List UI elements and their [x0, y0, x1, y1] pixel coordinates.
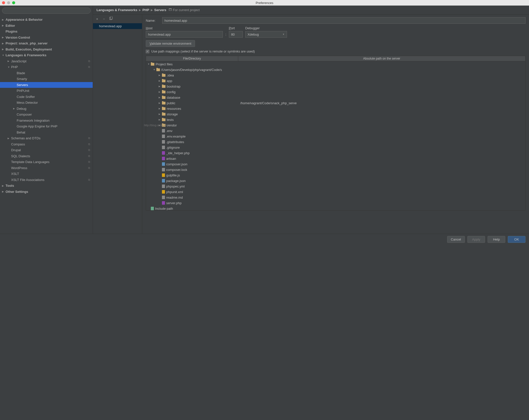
file-tree-row[interactable]: ▶bootstrap — [146, 84, 525, 89]
sidebar-item-label: Drupal — [11, 148, 21, 152]
remove-server-button[interactable]: － — [102, 17, 106, 21]
sidebar-item[interactable]: ▶Version Control — [0, 35, 93, 41]
sidebar-item[interactable]: Servers — [0, 82, 93, 88]
file-tree-row[interactable]: Include path — [146, 206, 525, 210]
sidebar-item[interactable]: Framework Integration — [0, 118, 93, 124]
file-tree-row[interactable]: .gitignore — [146, 145, 525, 150]
col-file-directory[interactable]: File/Directory — [146, 56, 238, 61]
sidebar-item[interactable]: ▶Build, Execution, Deployment — [0, 46, 93, 52]
file-icon — [162, 173, 165, 177]
sidebar-item[interactable]: Plugins — [0, 29, 93, 35]
file-tree-row[interactable]: ▶config — [146, 89, 525, 95]
apply-button[interactable]: Apply — [467, 236, 485, 243]
mapping-body[interactable]: ▼Project files▼/Users/jason/Develop/php/… — [146, 61, 525, 210]
file-tree-row[interactable]: readme.md — [146, 195, 525, 200]
file-name: Include path — [155, 207, 173, 211]
file-tree-row[interactable]: ▶app — [146, 78, 525, 84]
folder-icon — [162, 91, 165, 93]
file-tree-row[interactable]: _ide_helper.php — [146, 150, 525, 156]
sidebar-item[interactable]: Behat — [0, 129, 93, 136]
sidebar-item[interactable]: Composer — [0, 112, 93, 118]
file-tree-row[interactable]: gulpfile.js — [146, 172, 525, 178]
file-name: bootstrap — [167, 85, 180, 88]
sidebar-item[interactable]: Google App Engine for PHP — [0, 123, 93, 129]
sidebar-item[interactable]: SQL Dialects⧉ — [0, 153, 93, 159]
file-tree-row[interactable]: ▶.idea — [146, 72, 525, 78]
file-tree-row[interactable]: composer.lock — [146, 167, 525, 172]
maximize-window-button[interactable] — [12, 1, 15, 4]
sidebar-item[interactable]: Template Data Languages⧉ — [0, 159, 93, 165]
sidebar-item[interactable]: ▶Debug — [0, 106, 93, 112]
file-tree-row[interactable]: ▶resources — [146, 106, 525, 111]
file-tree-row[interactable]: composer.json — [146, 161, 525, 167]
sidebar-item[interactable]: ▶Schemas and DTDs⧉ — [0, 135, 93, 141]
add-server-button[interactable]: ＋ — [95, 17, 99, 21]
sidebar-item[interactable]: WordPress⧉ — [0, 165, 93, 171]
sidebar-item[interactable]: Compass⧉ — [0, 141, 93, 147]
file-tree-row[interactable]: server.php — [146, 200, 525, 206]
file-tree-row[interactable]: ▶public/home/vagrant/Code/snack_php_serv… — [146, 100, 525, 106]
sidebar-item[interactable]: XSLT — [0, 171, 93, 177]
file-name: package.json — [166, 179, 186, 183]
file-name: .gitignore — [166, 146, 180, 149]
breadcrumb-part[interactable]: PHP — [142, 8, 149, 12]
settings-tree[interactable]: ▶Appearance & Behavior▶EditorPlugins▶Ver… — [0, 16, 93, 234]
sidebar-item[interactable]: ▶Tools — [0, 183, 93, 189]
sidebar-item[interactable]: Drupal⧉ — [0, 147, 93, 153]
file-tree-row[interactable]: .env — [146, 128, 525, 134]
use-path-mappings-label[interactable]: Use path mappings (select if the server … — [151, 49, 255, 53]
file-tree-row[interactable]: artisan — [146, 156, 525, 161]
validate-button[interactable]: VValidate remote environmentalidate remo… — [146, 40, 195, 47]
sidebar-item[interactable]: ▶Editor — [0, 23, 93, 29]
sidebar-item[interactable]: ▶Project: snack_php_server — [0, 40, 93, 46]
mapping-path-cell[interactable]: /home/vagrant/Code/snack_php_serve — [238, 101, 525, 105]
cancel-button[interactable]: Cancel — [447, 236, 465, 243]
server-list[interactable]: homestead.app — [93, 23, 142, 234]
file-tree-row[interactable]: ▶vendor — [146, 122, 525, 128]
file-tree-row[interactable]: phpunit.xml — [146, 189, 525, 195]
col-absolute-path[interactable]: Absolute path on the server — [238, 56, 525, 61]
file-tree-row[interactable]: package.json — [146, 178, 525, 183]
minimize-window-button[interactable] — [7, 1, 10, 4]
window-title: Preferences — [256, 1, 273, 5]
host-input[interactable] — [146, 31, 223, 38]
sidebar-item[interactable]: Blade — [0, 70, 93, 76]
file-tree-row[interactable]: phpspec.yml — [146, 183, 525, 189]
sidebar-item[interactable]: ▶JavaScript⧉ — [0, 58, 93, 64]
port-input[interactable] — [229, 31, 243, 38]
copy-server-button[interactable] — [109, 17, 113, 21]
server-item[interactable]: homestead.app — [93, 23, 142, 29]
dialog-footer: Cancel Apply Help OK — [0, 234, 529, 245]
sidebar-item[interactable]: ▶Appearance & Behavior — [0, 17, 93, 23]
file-tree-row[interactable]: .env.example — [146, 134, 525, 139]
file-tree-row[interactable]: ▼Project files — [146, 61, 525, 67]
sidebar-item[interactable]: ▼Languages & Frameworks — [0, 52, 93, 58]
sidebar-item[interactable]: ▶Other Settings — [0, 189, 93, 195]
sidebar-item[interactable]: Code Sniffer — [0, 94, 93, 100]
file-tree-row[interactable]: ▶database — [146, 95, 525, 100]
sidebar-item[interactable]: Mess Detector — [0, 100, 93, 106]
project-scope-icon: ⧉ — [88, 178, 90, 181]
file-tree-row[interactable]: ▶tests — [146, 117, 525, 122]
file-icon — [162, 179, 165, 182]
file-name: gulpfile.js — [166, 173, 180, 177]
sidebar-item[interactable]: Smarty — [0, 76, 93, 82]
file-icon — [162, 157, 165, 160]
sidebar-item[interactable]: XSLT File Associations⧉ — [0, 177, 93, 183]
name-input[interactable] — [162, 17, 525, 24]
breadcrumb-part[interactable]: Languages & Frameworks — [97, 8, 137, 12]
debugger-value: Xdebug — [248, 33, 259, 36]
sidebar-item-label: Languages & Frameworks — [6, 53, 46, 57]
ok-button[interactable]: OK — [508, 236, 525, 243]
help-button[interactable]: Help — [488, 236, 505, 243]
close-window-button[interactable] — [2, 1, 5, 4]
include-path-icon — [151, 207, 154, 210]
search-input[interactable] — [2, 8, 91, 14]
use-path-mappings-checkbox[interactable]: ✓ — [146, 50, 149, 53]
file-tree-row[interactable]: ▼/Users/jason/Develop/php/vagrant/Code/s — [146, 67, 525, 72]
file-tree-row[interactable]: .gitattributes — [146, 139, 525, 145]
debugger-select[interactable]: Xdebug ▼ — [245, 31, 287, 38]
sidebar-item[interactable]: ▼PHP⧉ — [0, 64, 93, 70]
file-tree-row[interactable]: ▶storage — [146, 111, 525, 117]
sidebar-item[interactable]: PHPUnit — [0, 88, 93, 94]
